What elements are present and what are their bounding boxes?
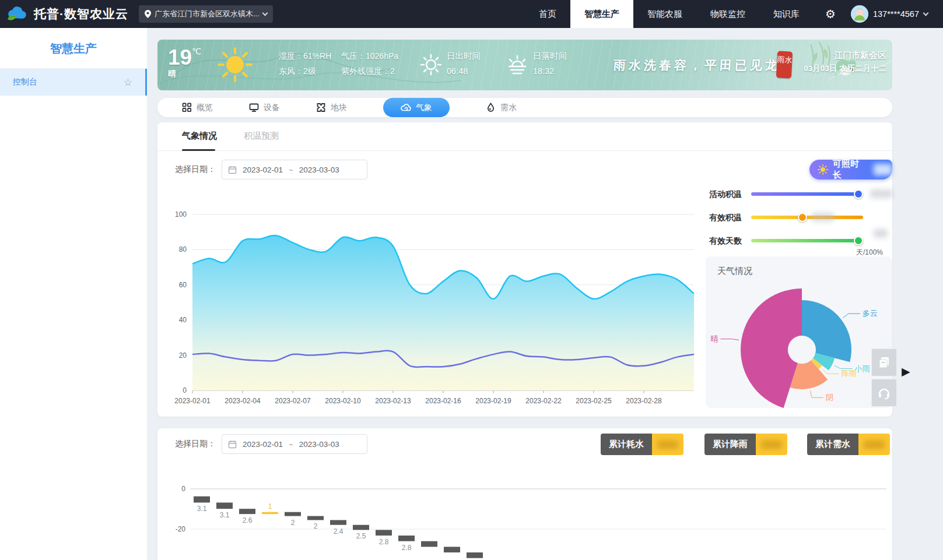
slider-thumb-1[interactable] bbox=[798, 213, 807, 222]
solar-term-poem: 雨水洗春容，平田已见龙 bbox=[613, 57, 781, 73]
svg-text:2.5: 2.5 bbox=[356, 532, 366, 540]
svg-text:3.1: 3.1 bbox=[197, 505, 207, 513]
date-end-bottom: 2023-03-03 bbox=[299, 440, 339, 449]
current-temp-block: 19℃ 晴 bbox=[168, 45, 201, 79]
active-accum-temp-label: 活动积温 bbox=[709, 189, 742, 200]
effective-accum-temp-value-redacted bbox=[812, 213, 834, 221]
humidity-value: 61%RH bbox=[303, 51, 331, 61]
brand-title: 托普·数智农业云 bbox=[34, 6, 128, 22]
svg-text:晴: 晴 bbox=[710, 334, 718, 343]
weather-banner: 19℃ 晴 湿度：61%RH 东风：2级 气压 bbox=[157, 40, 892, 90]
date-filter-label: 选择日期： bbox=[175, 164, 216, 175]
brand: 托普·数智农业云 bbox=[0, 5, 139, 23]
svg-text:40: 40 bbox=[179, 316, 187, 324]
uv-label: 紫外线强度： bbox=[341, 66, 390, 76]
location-selector[interactable]: 广东省江门市新会区双水镇木... bbox=[139, 5, 273, 23]
slider-track-2[interactable] bbox=[751, 239, 863, 242]
nav-item-knowledge[interactable]: 知识库 bbox=[759, 0, 814, 28]
date-filter-bottom: 选择日期： 2023-02-01 ~ 2023-03-03 bbox=[175, 434, 367, 454]
calendar-icon bbox=[228, 440, 237, 449]
slider-track-1[interactable] bbox=[751, 216, 863, 219]
value-redacted bbox=[657, 441, 678, 449]
svg-text:2023-02-22: 2023-02-22 bbox=[525, 397, 562, 405]
tab-overview[interactable]: 概览 bbox=[182, 103, 213, 113]
svg-text:2.4: 2.4 bbox=[334, 527, 343, 536]
date-separator: ~ bbox=[289, 165, 293, 174]
svg-text:60: 60 bbox=[179, 281, 187, 289]
user-menu[interactable]: 137****4567 bbox=[847, 5, 943, 23]
svg-text:2023-02-16: 2023-02-16 bbox=[425, 397, 461, 405]
water-waterfall-chart: 0-20-403.13.12.61222.42.52.82.8 bbox=[157, 463, 892, 560]
svg-text:2023-02-13: 2023-02-13 bbox=[375, 397, 411, 405]
user-phone: 137****4567 bbox=[873, 9, 919, 19]
subtab-accum-temp-forecast[interactable]: 积温预测 bbox=[244, 131, 279, 142]
svg-text:-20: -20 bbox=[176, 525, 186, 533]
chevron-down-icon bbox=[262, 10, 268, 16]
region-block: 江门市新会区 03月03日 农历二月十二 bbox=[804, 50, 886, 74]
sidebar-item-console[interactable]: 控制台 ☆ bbox=[0, 69, 147, 96]
total-water-demand-chip[interactable]: 累计需水 bbox=[807, 434, 890, 455]
active-accum-temp-value-redacted bbox=[870, 189, 892, 198]
nav-item-home[interactable]: 首页 bbox=[525, 0, 570, 28]
effective-days-label: 有效天数 bbox=[709, 236, 742, 246]
slider-thumb-0[interactable] bbox=[854, 189, 863, 199]
nav-item-smart-production[interactable]: 智慧生产 bbox=[570, 0, 633, 28]
headset-icon bbox=[877, 386, 891, 400]
svg-text:多云: 多云 bbox=[863, 309, 878, 318]
total-water-consumption-chip[interactable]: 累计耗水 bbox=[601, 434, 683, 455]
weather-condition: 晴 bbox=[168, 69, 201, 79]
tab-weather[interactable]: 气象 bbox=[383, 98, 450, 117]
total-water-consumption-value bbox=[652, 434, 683, 455]
panel-collapse-arrow[interactable]: ▶ bbox=[902, 365, 910, 378]
app-root: 托普·数智农业云 广东省江门市新会区双水镇木... 首页 智慧生产 智能农服 物… bbox=[0, 0, 943, 560]
logo-icon bbox=[6, 5, 27, 23]
pressure-label: 气压： bbox=[341, 51, 366, 61]
tab-water-label: 需水 bbox=[500, 103, 517, 113]
sidebar: 智慧生产 控制台 ☆ bbox=[0, 28, 147, 560]
date-range-input[interactable]: 2023-02-01 ~ 2023-03-03 bbox=[222, 160, 367, 179]
value-redacted bbox=[864, 441, 885, 449]
svg-text:2023-02-01: 2023-02-01 bbox=[174, 397, 211, 405]
nav-item-iot-monitor[interactable]: 物联监控 bbox=[696, 0, 759, 28]
documents-icon bbox=[877, 355, 891, 369]
sunset-icon bbox=[505, 52, 530, 77]
tab-overview-label: 概览 bbox=[197, 103, 213, 113]
uv-value: 2 bbox=[390, 66, 395, 76]
svg-text:2.6: 2.6 bbox=[243, 516, 253, 524]
date-end: 2023-03-03 bbox=[299, 165, 339, 174]
total-rainfall-label: 累计降雨 bbox=[704, 434, 756, 455]
date-separator-bottom: ~ bbox=[289, 440, 293, 449]
tab-device[interactable]: 设备 bbox=[249, 103, 280, 113]
settings-gear-icon[interactable]: ⚙ bbox=[814, 7, 847, 21]
sunrise-time: 06:48 bbox=[447, 64, 481, 79]
weather-rose-chart: 多云小雨阵雨阴晴 bbox=[706, 262, 892, 414]
location-text: 广东省江门市新会区双水镇木... bbox=[155, 9, 260, 19]
date-range-input-bottom[interactable]: 2023-02-01 ~ 2023-03-03 bbox=[222, 434, 367, 454]
slider-thumb-2[interactable] bbox=[854, 236, 863, 245]
svg-text:2023-02-28: 2023-02-28 bbox=[626, 397, 662, 405]
slider-track-0[interactable] bbox=[751, 192, 863, 196]
svg-text:20: 20 bbox=[179, 351, 187, 360]
total-rainfall-chip[interactable]: 累计降雨 bbox=[704, 434, 787, 455]
nav-item-smart-service[interactable]: 智能农服 bbox=[633, 0, 696, 28]
customer-service-button[interactable] bbox=[871, 379, 897, 407]
svg-text:2: 2 bbox=[291, 519, 295, 527]
total-water-consumption-label: 累计耗水 bbox=[601, 434, 652, 455]
sunrise-block: 日出时间 06:48 bbox=[447, 48, 481, 79]
tab-water[interactable]: 需水 bbox=[486, 103, 517, 113]
svg-text:2.8: 2.8 bbox=[379, 538, 389, 546]
sunshine-duration-button[interactable]: 可照时长 bbox=[809, 160, 892, 179]
tab-device-label: 设备 bbox=[264, 103, 280, 113]
svg-text:2023-02-07: 2023-02-07 bbox=[275, 397, 311, 405]
grid-icon bbox=[182, 103, 192, 112]
weather-pie-panel: 天气情况 多云小雨阵雨阴晴 bbox=[706, 256, 892, 408]
water-icon bbox=[486, 103, 496, 112]
device-icon bbox=[249, 103, 259, 112]
tab-plot[interactable]: 地块 bbox=[316, 103, 347, 113]
subtab-weather-status[interactable]: 气象情况 bbox=[182, 131, 217, 142]
solar-term-seal: 雨水 bbox=[776, 51, 793, 78]
wind-label: 东风： bbox=[279, 66, 303, 76]
star-icon[interactable]: ☆ bbox=[124, 76, 132, 89]
effective-accum-temp-label: 有效积温 bbox=[709, 213, 742, 223]
message-docs-button[interactable] bbox=[871, 348, 897, 376]
